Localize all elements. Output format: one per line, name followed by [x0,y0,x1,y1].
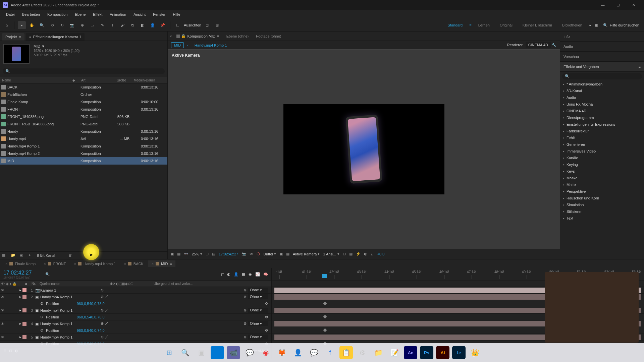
effects-category[interactable]: ▸Immersives Video [560,148,644,155]
folder-icon[interactable]: 📁 [11,253,16,258]
timeline-layer[interactable]: 👁▸4▣Handy.mp4 Komp 1⊕ ／⊚ Ohne ▾ [0,320,271,327]
wrench-icon[interactable]: 🔧 [552,43,556,47]
effects-category[interactable]: ▸Rauschen und Korn [560,195,644,201]
preview-canvas[interactable]: Aktive Kamera [168,50,560,249]
app1-icon[interactable] [211,346,224,359]
ai-taskbar-icon[interactable]: Ai [436,346,449,359]
always-preview-icon[interactable]: ▣ [170,252,174,256]
project-item[interactable]: MIDKomposition0:00:13:16 [0,157,167,165]
timecode[interactable]: 17:02:42:27 [219,252,238,256]
selection-tool-icon[interactable]: ▸ [18,21,26,29]
effects-category[interactable]: ▸Matte [560,181,644,188]
timeline-layer[interactable]: 👁▸5▣Handy.mp4 Komp 1⊕ ／⊚ Ohne ▾ [0,334,271,341]
timeline-tab[interactable]: ×BACK [120,260,147,267]
effects-category[interactable]: ▸Stilisieren [560,208,644,215]
roi-icon[interactable]: ▣ [279,252,283,256]
zoom-tool-icon[interactable]: 🔍 [38,21,46,29]
menu-bearbeiten[interactable]: Bearbeiten [19,11,43,18]
effects-category[interactable]: ▸Keying [560,161,644,168]
effects-category[interactable]: ▸Perspektive [560,188,644,195]
app4-icon[interactable]: 👤 [291,346,305,359]
ps-taskbar-icon[interactable]: Ps [420,346,433,359]
effects-category[interactable]: ▸Generieren [560,141,644,148]
audio-panel-tab[interactable]: Audio [560,42,644,52]
preview-panel-tab[interactable]: Vorschau [560,52,644,62]
adjust-icon[interactable]: ✦ [28,253,34,258]
effects-panel-tab[interactable]: Effekte und Vorgaben≡ [560,62,644,72]
effects-category[interactable]: ▸Maske [560,175,644,181]
parent-col[interactable]: Übergeordnet und verkn... [152,282,196,286]
facebook-icon[interactable]: f [323,346,337,359]
playhead[interactable] [325,268,325,281]
workspace-original[interactable]: Original [496,23,516,27]
mask-icon[interactable]: 👓 [184,252,189,256]
puppet-tool-icon[interactable]: 📌 [159,21,167,29]
timeline-layer[interactable]: 👁▸3▣Handy.mp4 Komp 1⊕ ／⊚ Ohne ▾ [0,307,271,314]
clone-tool-icon[interactable]: ⧉ [128,21,137,29]
text-tool-icon[interactable]: T [108,21,116,29]
footage-tab[interactable]: Footage (ohne) [253,33,284,40]
minimize-button[interactable]: — [595,0,610,10]
effects-category[interactable]: ▸Simulation [560,201,644,208]
resolution-icon[interactable]: ⊡ [206,252,209,256]
exposure-value[interactable]: +0,0 [377,252,385,256]
workspace-edit-icon[interactable]: ▦ [594,23,598,27]
maximize-button[interactable]: ▢ [610,0,626,10]
col-label-icon[interactable]: ◆ [70,78,79,82]
ansicht-select[interactable]: 1 Ansi... ▾ [323,252,339,256]
lock-icon[interactable]: × [170,34,172,38]
project-item[interactable]: HandyKomposition0:00:13:16 [0,128,167,135]
menu-komposition[interactable]: Komposition [44,11,71,18]
workspace-menu-icon[interactable]: ≡ [469,23,471,27]
menu-effekt[interactable]: Effekt [90,11,106,18]
home-icon[interactable]: ⌂ [3,21,11,29]
brush-tool-icon[interactable]: 🖌 [118,21,126,29]
effect-controls-tab[interactable]: ■Effekteinstellungen Kamera 1 [26,33,85,41]
menu-animation[interactable]: Animation [106,11,129,18]
brain-icon[interactable]: 🧠 [263,272,268,277]
timeline-tab[interactable]: ×MID ≡ [148,260,175,267]
workspace-lernen[interactable]: Lernen [475,23,493,27]
project-item[interactable]: FRONT_RGB_1840886.pngPNG-Datei503 KB [0,120,167,128]
channel-icon[interactable]: ⬡ [257,252,260,256]
project-item[interactable]: FRONTKomposition0:00:13:16 [0,106,167,113]
renderer-value[interactable]: CINEMA 4D [526,42,551,48]
project-search[interactable]: 🔍 [3,68,165,74]
align-label[interactable]: Ausrichten [184,23,201,27]
search-taskbar-icon[interactable]: 🔍 [178,346,192,359]
notepad-icon[interactable]: 📝 [388,346,401,359]
menu-hilfe[interactable]: Hilfe [170,11,184,18]
tab-menu-icon[interactable]: ≡ [217,34,219,38]
info-panel-tab[interactable]: Info [560,32,644,42]
effects-category[interactable]: ▸Keys [560,168,644,175]
menu-datei[interactable]: Datei [3,11,18,18]
menu-ebene[interactable]: Ebene [71,11,89,18]
project-item[interactable]: Finale KompKomposition0:00:10:00 [0,98,167,106]
draft-icon[interactable]: ◐ [227,272,230,277]
motion-blur-icon[interactable]: ◉ [249,272,252,277]
ae-taskbar-icon[interactable]: Ae [404,346,417,359]
taskview-icon[interactable]: ▣ [195,346,208,359]
timeline-property[interactable]: ⊙ Position960,0,540,0,76,0⊚ [0,314,271,320]
effects-category[interactable]: ▸Fehlt [560,134,644,141]
crumb-mid[interactable]: MID [171,42,184,48]
timeline-search-icon[interactable]: 🔍 [45,272,50,277]
app2-icon[interactable]: 📹 [227,346,240,359]
snap-icon[interactable]: ☐ [174,21,182,29]
pen-tool-icon[interactable]: ✎ [98,21,106,29]
timeline-tab[interactable]: ×Handy.mp4 Komp 1 [71,260,119,267]
comp-flow-icon[interactable]: ⇄ [221,272,224,277]
view-select[interactable]: Aktive Kamera ▾ [293,252,320,256]
app6-icon[interactable]: 👑 [468,346,482,359]
snapshot-icon[interactable]: 📷 [241,252,246,256]
tab-menu-icon[interactable]: ≡ [19,35,21,39]
effects-category[interactable]: ▸Audio [560,94,644,101]
eraser-tool-icon[interactable]: ◧ [139,21,147,29]
effects-category[interactable]: ▸Text [560,215,644,222]
effects-category[interactable]: ▸Kanäle [560,155,644,161]
app5-icon[interactable]: 📋 [339,346,353,359]
effects-category[interactable]: ▸Dienstprogramm [560,114,644,121]
firefox-icon[interactable]: 🦊 [275,346,288,359]
timeline-property[interactable]: ⊙ Position960,0,540,0,74,0⊚ [0,327,271,334]
close-button[interactable]: ✕ [626,0,641,10]
